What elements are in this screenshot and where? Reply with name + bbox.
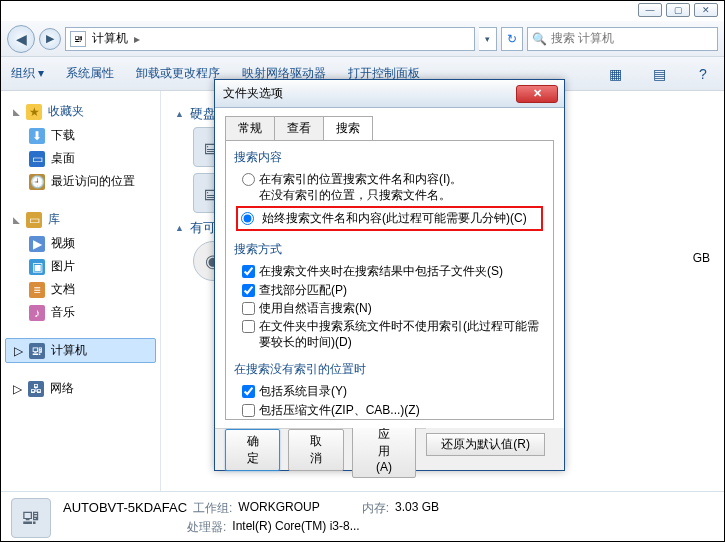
checkbox-input[interactable] [242,302,255,315]
computer-icon: 🖳 [11,498,51,538]
expand-icon: ▷ [13,382,22,396]
sidebar-item-recent[interactable]: 🕘最近访问的位置 [5,170,156,193]
search-box[interactable]: 🔍 搜索 计算机 [527,27,718,51]
check-include-subfolders[interactable]: 在搜索文件夹时在搜索结果中包括子文件夹(S) [234,262,545,280]
sidebar-item-pictures[interactable]: ▣图片 [5,255,156,278]
dialog-tabs: 常规 查看 搜索 [225,116,554,140]
network-icon: 🖧 [28,381,44,397]
radio-input[interactable] [242,173,255,186]
check-include-system-dirs[interactable]: 包括系统目录(Y) [234,382,545,400]
sidebar-favorites-label: 收藏夹 [48,103,84,120]
cancel-button[interactable]: 取消 [288,429,343,471]
group-non-indexed: 在搜索没有索引的位置时 [234,361,545,378]
address-bar[interactable]: 🖳 计算机 ▸ [65,27,475,51]
workgroup-value: WORKGROUP [238,500,319,517]
organize-menu[interactable]: 组织 ▾ [11,65,44,82]
video-icon: ▶ [29,236,45,252]
window-close-button[interactable]: ✕ [694,3,718,17]
tab-view[interactable]: 查看 [274,116,324,140]
search-placeholder: 搜索 计算机 [551,30,614,47]
dialog-titlebar[interactable]: 文件夹选项 ✕ [215,80,564,108]
checkbox-input[interactable] [242,320,255,333]
tab-general[interactable]: 常规 [225,116,275,140]
radio-always-search-highlighted[interactable]: 始终搜索文件名和内容(此过程可能需要几分钟)(C) [236,206,543,231]
breadcrumb-computer[interactable]: 计算机 [92,30,128,47]
collapse-icon: ◣ [13,107,20,117]
window-minimize-button[interactable]: — [638,3,662,17]
nav-bar: ◀ ▶ 🖳 计算机 ▸ ▾ ↻ 🔍 搜索 计算机 [1,21,724,57]
check-partial-match[interactable]: 查找部分匹配(P) [234,281,545,299]
computer-icon: 🖳 [70,31,86,47]
address-dropdown[interactable]: ▾ [479,27,497,51]
sidebar-item-downloads[interactable]: ⬇下载 [5,124,156,147]
sidebar-item-music[interactable]: ♪音乐 [5,301,156,324]
check-include-compressed[interactable]: 包括压缩文件(ZIP、CAB...)(Z) [234,401,545,419]
star-icon: ★ [26,104,42,120]
memory-label: 内存: [362,500,389,517]
sidebar: ◣ ★ 收藏夹 ⬇下载 ▭桌面 🕘最近访问的位置 ◣ ▭ 库 ▶视频 ▣图片 ≡… [1,91,161,491]
expand-icon: ▷ [14,344,23,358]
restore-defaults-button[interactable]: 还原为默认值(R) [426,433,545,456]
ok-button[interactable]: 确定 [225,429,280,471]
gb-label: GB [693,251,710,265]
collapse-icon: ◣ [13,215,20,225]
collapse-icon: ▲ [175,109,184,119]
sidebar-item-desktop[interactable]: ▭桌面 [5,147,156,170]
recent-icon: 🕘 [29,174,45,190]
sidebar-item-network[interactable]: ▷ 🖧 网络 [5,377,156,400]
system-properties-button[interactable]: 系统属性 [66,65,114,82]
search-icon: 🔍 [532,32,547,46]
sidebar-item-documents[interactable]: ≡文档 [5,278,156,301]
sidebar-item-computer[interactable]: ▷ 🖳 计算机 [5,338,156,363]
check-natural-language[interactable]: 使用自然语言搜索(N) [234,299,545,317]
tab-pane-search: 搜索内容 在有索引的位置搜索文件名和内容(I)。 在没有索引的位置，只搜索文件名… [225,140,554,420]
window-maximize-button[interactable]: ▢ [666,3,690,17]
checkbox-input[interactable] [242,385,255,398]
group-search-content: 搜索内容 [234,149,545,166]
radio-input[interactable] [241,212,254,225]
window-chrome: — ▢ ✕ [1,1,724,21]
view-mode-button[interactable]: ▦ [604,64,626,84]
desktop-icon: ▭ [29,151,45,167]
library-icon: ▭ [26,212,42,228]
memory-value: 3.03 GB [395,500,439,517]
checkbox-input[interactable] [242,284,255,297]
sidebar-favorites-header[interactable]: ◣ ★ 收藏夹 [5,99,156,124]
dialog-footer: 确定 取消 应用(A) [215,428,426,470]
checkbox-input[interactable] [242,404,255,417]
computer-icon: 🖳 [29,343,45,359]
music-icon: ♪ [29,305,45,321]
refresh-button[interactable]: ↻ [501,27,523,51]
document-icon: ≡ [29,282,45,298]
sidebar-libraries-header[interactable]: ◣ ▭ 库 [5,207,156,232]
apply-button[interactable]: 应用(A) [352,422,416,478]
uninstall-programs-button[interactable]: 卸载或更改程序 [136,65,220,82]
check-no-index-system[interactable]: 在文件夹中搜索系统文件时不使用索引(此过程可能需要较长的时间)(D) [234,317,545,351]
cpu-value: Intel(R) Core(TM) i3-8... [232,519,359,536]
collapse-icon: ▲ [175,223,184,233]
tab-search[interactable]: 搜索 [323,116,373,140]
hostname: AUTOBVT-5KDAFAC [63,500,187,517]
sidebar-item-videos[interactable]: ▶视频 [5,232,156,255]
help-button[interactable]: ? [692,64,714,84]
cpu-label: 处理器: [187,519,226,536]
status-bar: 🖳 AUTOBVT-5KDAFAC 工作组: WORKGROUP 内存: 3.0… [1,491,724,542]
nav-back-button[interactable]: ◀ [7,25,35,53]
folder-options-dialog: 文件夹选项 ✕ 常规 查看 搜索 搜索内容 在有索引的位置搜索文件名和内容(I)… [214,79,565,471]
checkbox-input[interactable] [242,265,255,278]
download-icon: ⬇ [29,128,45,144]
sidebar-libraries-label: 库 [48,211,60,228]
picture-icon: ▣ [29,259,45,275]
dialog-title: 文件夹选项 [221,85,516,102]
workgroup-label: 工作组: [193,500,232,517]
layout-button[interactable]: ▤ [648,64,670,84]
dialog-close-button[interactable]: ✕ [516,85,558,103]
chevron-right-icon[interactable]: ▸ [134,32,140,46]
radio-indexed-locations[interactable]: 在有索引的位置搜索文件名和内容(I)。 在没有索引的位置，只搜索文件名。 [234,170,545,204]
nav-forward-button[interactable]: ▶ [39,28,61,50]
group-search-method: 搜索方式 [234,241,545,258]
